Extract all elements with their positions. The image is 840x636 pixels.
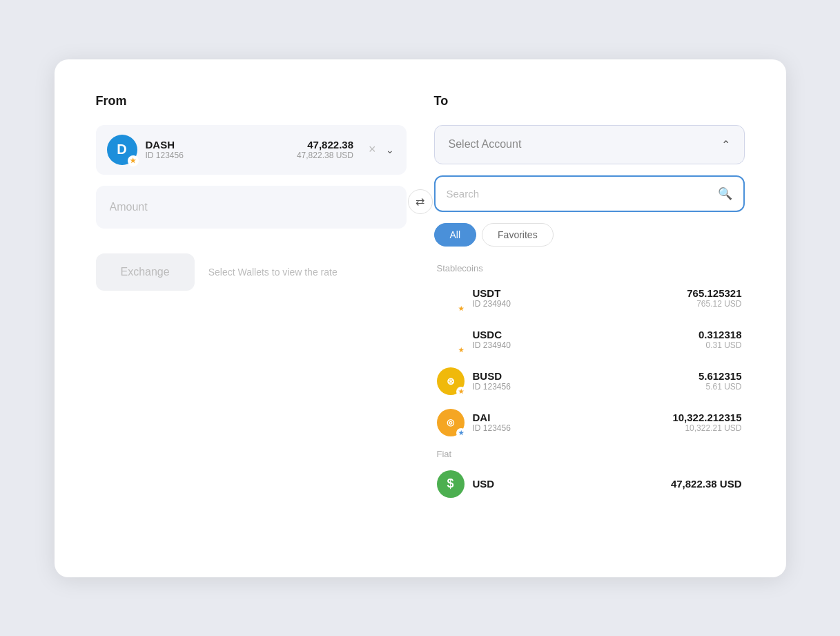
usdt-balance: 765.125321 765.12 USD — [687, 287, 741, 309]
usdc-info: USDC ID 234940 — [473, 329, 511, 350]
usd-info: USD — [473, 478, 495, 490]
usdt-name: USDT — [473, 287, 511, 299]
exchange-card: From D ★ DASH ID 123456 47,822.38 47,822… — [55, 59, 786, 577]
usd-name: USD — [473, 478, 495, 490]
list-item-busd[interactable]: ⊛ ★ BUSD ID 123456 5.612315 5.61 USD — [434, 360, 745, 402]
to-panel: To Select Account ⌃ 🔍 All Favorites Stab… — [434, 94, 745, 536]
usdc-balance-main: 0.312318 — [699, 329, 742, 340]
coin-dropdown-list: Stablecoins T ★ USDT ID 234940 765.12532… — [434, 258, 745, 505]
usdt-icon: T ★ — [437, 285, 465, 312]
dash-name: DASH — [146, 139, 184, 151]
dai-star: ★ — [456, 428, 466, 438]
usd-icon: $ — [437, 470, 465, 498]
from-panel: From D ★ DASH ID 123456 47,822.38 47,822… — [96, 94, 407, 536]
filter-tabs: All Favorites — [434, 223, 745, 247]
select-account-label: Select Account — [449, 138, 522, 151]
busd-balance-usd: 5.61 USD — [699, 382, 742, 392]
dash-balance: 47,822.38 47,822.38 USD — [297, 139, 353, 160]
usdt-balance-main: 765.125321 — [687, 287, 741, 299]
tab-favorites[interactable]: Favorites — [482, 223, 554, 247]
dai-balance: 10,322.212315 10,322.21 USD — [672, 412, 741, 433]
from-label: From — [96, 94, 407, 108]
amount-input[interactable] — [96, 186, 407, 229]
fiat-header: Fiat — [434, 443, 745, 463]
usd-balance-main: 47,822.38 USD — [671, 478, 742, 490]
clear-from-button[interactable]: × — [367, 141, 378, 158]
swap-button[interactable]: ⇄ — [408, 189, 433, 214]
dash-star: ★ — [128, 155, 139, 166]
to-label: To — [434, 94, 745, 108]
dai-balance-usd: 10,322.21 USD — [672, 423, 741, 433]
busd-balance: 5.612315 5.61 USD — [699, 370, 742, 392]
select-account-dropdown[interactable]: Select Account ⌃ — [434, 125, 745, 164]
dash-id: ID 123456 — [146, 151, 184, 160]
usd-balance: 47,822.38 USD — [671, 478, 742, 490]
usdt-id: ID 234940 — [473, 299, 511, 309]
busd-balance-main: 5.612315 — [699, 370, 742, 382]
chevron-up-icon: ⌃ — [721, 138, 730, 151]
busd-star: ★ — [456, 387, 466, 396]
dash-balance-main: 47,822.38 — [297, 139, 353, 151]
rate-text: Select Wallets to view the rate — [208, 267, 338, 278]
usdc-name: USDC — [473, 329, 511, 340]
list-item-dai[interactable]: ◎ ★ DAI ID 123456 10,322.212315 10,322.2… — [434, 402, 745, 443]
stablecoins-header: Stablecoins — [434, 258, 745, 278]
usdc-balance: 0.312318 0.31 USD — [699, 329, 742, 350]
dai-info: DAI ID 123456 — [473, 412, 511, 433]
busd-name: BUSD — [473, 370, 511, 382]
dai-icon: ◎ ★ — [437, 409, 465, 436]
dropdown-from-button[interactable]: ⌄ — [384, 143, 395, 157]
dai-balance-main: 10,322.212315 — [672, 412, 741, 423]
list-item-usdc[interactable]: $ ★ USDC ID 234940 0.312318 0.31 USD — [434, 319, 745, 360]
usdt-info: USDT ID 234940 — [473, 287, 511, 309]
list-item-usdt[interactable]: T ★ USDT ID 234940 765.125321 765.12 USD — [434, 278, 745, 319]
from-account-row: D ★ DASH ID 123456 47,822.38 47,822.38 U… — [96, 125, 407, 175]
search-box: 🔍 — [434, 175, 745, 212]
usdc-star: ★ — [456, 345, 466, 355]
dai-id: ID 123456 — [473, 423, 511, 433]
usdt-balance-usd: 765.12 USD — [687, 299, 741, 309]
usdc-icon: $ ★ — [437, 326, 465, 354]
usdt-star: ★ — [456, 304, 466, 314]
exchange-row: Exchange Select Wallets to view the rate — [96, 253, 407, 291]
dai-name: DAI — [473, 412, 511, 423]
dash-balance-usd: 47,822.38 USD — [297, 151, 353, 160]
usdc-id: ID 234940 — [473, 340, 511, 350]
dash-info: DASH ID 123456 — [146, 139, 184, 160]
busd-id: ID 123456 — [473, 382, 511, 392]
busd-icon: ⊛ ★ — [437, 367, 465, 395]
list-item-usd[interactable]: $ USD 47,822.38 USD — [434, 463, 745, 505]
exchange-button[interactable]: Exchange — [96, 253, 195, 291]
busd-info: BUSD ID 123456 — [473, 370, 511, 392]
from-account-actions: × ⌄ — [367, 141, 395, 158]
usdc-balance-usd: 0.31 USD — [699, 340, 742, 350]
tab-all[interactable]: All — [434, 223, 477, 247]
search-icon: 🔍 — [718, 186, 732, 201]
dash-icon: D ★ — [107, 135, 137, 165]
search-input[interactable] — [447, 188, 712, 200]
